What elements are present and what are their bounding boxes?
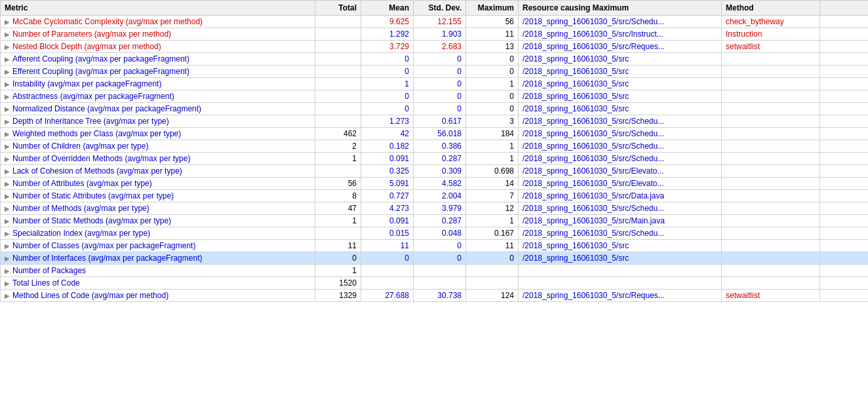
resource-link[interactable]: /2018_spring_16061030_5/src [523,67,629,76]
resource-cell: /2018_spring_16061030_5/src [519,103,722,115]
table-row[interactable]: ▶Instability (avg/max per packageFragmen… [1,78,869,90]
method-link[interactable]: Instruction [726,29,762,39]
expand-icon[interactable]: ▶ [5,43,10,50]
maximum-cell: 0 [466,90,519,103]
method-link[interactable]: setwaitlist [726,291,760,300]
table-row[interactable]: ▶Lack of Cohesion of Methods (avg/max pe… [1,165,869,178]
resource-link[interactable]: /2018_spring_16061030_5/src/Schedu... [523,142,664,151]
expand-icon[interactable]: ▶ [5,242,10,250]
table-row[interactable]: ▶Specialization Index (avg/max per type)… [1,227,869,240]
total-cell: 1 [315,265,361,277]
table-row[interactable]: ▶Number of Attributes (avg/max per type)… [1,178,869,190]
table-row[interactable]: ▶Method Lines of Code (avg/max per metho… [1,290,869,302]
total-cell [315,115,361,128]
resource-link[interactable]: /2018_spring_16061030_5/src/Schedu... [523,117,664,126]
resource-link[interactable]: /2018_spring_16061030_5/src/Reques... [523,42,665,51]
table-row[interactable]: ▶Number of Children (avg/max per type)20… [1,140,869,153]
table-row[interactable]: ▶Weighted methods per Class (avg/max per… [1,128,869,140]
table-row[interactable]: ▶Number of Static Attributes (avg/max pe… [1,190,869,202]
resource-link[interactable]: /2018_spring_16061030_5/src [523,241,629,250]
resource-link[interactable]: /2018_spring_16061030_5/src [523,92,629,101]
expand-icon[interactable]: ▶ [5,18,10,26]
table-row[interactable]: ▶Efferent Coupling (avg/max per packageF… [1,66,869,78]
expand-icon[interactable]: ▶ [5,217,10,225]
metric-cell: ▶Lack of Cohesion of Methods (avg/max pe… [1,165,315,178]
method-cell [722,90,820,103]
total-cell: 2 [315,140,361,153]
metric-cell: ▶Number of Overridden Methods (avg/max p… [1,153,315,165]
expand-icon[interactable]: ▶ [5,31,10,38]
extra-cell [820,16,869,28]
table-row[interactable]: ▶Number of Classes (avg/max per packageF… [1,240,869,252]
resource-link[interactable]: /2018_spring_16061030_5/src/Schedu... [523,17,664,26]
expand-icon[interactable]: ▶ [5,267,10,274]
expand-icon[interactable]: ▶ [5,155,10,162]
expand-icon[interactable]: ▶ [5,193,10,200]
resource-link[interactable]: /2018_spring_16061030_5/src/Instruct... [523,29,663,39]
method-cell [722,240,820,252]
method-link[interactable]: setwaitlist [726,42,760,51]
resource-link[interactable]: /2018_spring_16061030_5/src/Elevato... [523,179,664,188]
method-cell [722,227,820,240]
resource-link[interactable]: /2018_spring_16061030_5/src [523,54,629,64]
extra-cell [820,78,869,90]
resource-cell: /2018_spring_16061030_5/src/Schedu... [519,153,722,165]
expand-icon[interactable]: ▶ [5,93,10,100]
table-row[interactable]: ▶Depth of Inheritance Tree (avg/max per … [1,115,869,128]
resource-link[interactable]: /2018_spring_16061030_5/src/Data.java [523,191,664,200]
table-row[interactable]: ▶Number of Parameters (avg/max per metho… [1,28,869,41]
resource-link[interactable]: /2018_spring_16061030_5/src [523,79,629,88]
expand-icon[interactable]: ▶ [5,130,10,138]
resource-cell: /2018_spring_16061030_5/src/Elevato... [519,178,722,190]
table-row[interactable]: ▶Normalized Distance (avg/max per packag… [1,103,869,115]
metrics-table: Metric Total Mean Std. Dev. Maximum Reso… [0,0,868,302]
method-link[interactable]: check_bytheway [726,17,784,26]
resource-link[interactable]: /2018_spring_16061030_5/src/Main.java [523,216,665,225]
expand-icon[interactable]: ▶ [5,118,10,125]
metric-label: Normalized Distance (avg/max per package… [12,104,201,113]
total-cell: 462 [315,128,361,140]
expand-icon[interactable]: ▶ [5,68,10,75]
mean-cell: 0.091 [361,153,414,165]
metric-label: Number of Children (avg/max per type) [12,142,148,151]
extra-cell [820,128,869,140]
expand-icon[interactable]: ▶ [5,168,10,175]
metric-label: Specialization Index (avg/max per type) [12,229,150,238]
expand-icon[interactable]: ▶ [5,143,10,150]
expand-icon[interactable]: ▶ [5,255,10,262]
resource-link[interactable]: /2018_spring_16061030_5/src/Elevato... [523,166,664,176]
expand-icon[interactable]: ▶ [5,280,10,287]
table-row[interactable]: ▶Afferent Coupling (avg/max per packageF… [1,53,869,66]
expand-icon[interactable]: ▶ [5,56,10,63]
expand-icon[interactable]: ▶ [5,205,10,212]
resource-link[interactable]: /2018_spring_16061030_5/src/Schedu... [523,204,664,213]
resource-link[interactable]: /2018_spring_16061030_5/src/Reques... [523,291,665,300]
expand-icon[interactable]: ▶ [5,292,10,299]
resource-cell: /2018_spring_16061030_5/src/Elevato... [519,165,722,178]
expand-icon[interactable]: ▶ [5,81,10,88]
table-row[interactable]: ▶Total Lines of Code1520 [1,277,869,290]
resource-link[interactable]: /2018_spring_16061030_5/src/Schedu... [523,154,664,163]
total-cell [315,227,361,240]
maximum-cell: 0 [466,103,519,115]
method-cell [722,252,820,265]
table-row[interactable]: ▶McCabe Cyclomatic Complexity (avg/max p… [1,16,869,28]
resource-link[interactable]: /2018_spring_16061030_5/src [523,254,629,263]
table-row[interactable]: ▶Number of Overridden Methods (avg/max p… [1,153,869,165]
resource-cell: /2018_spring_16061030_5/src/Schedu... [519,16,722,28]
table-row[interactable]: ▶Number of Interfaces (avg/max per packa… [1,252,869,265]
table-row[interactable]: ▶Number of Packages1 [1,265,869,277]
resource-link[interactable]: /2018_spring_16061030_5/src/Schedu... [523,129,664,138]
resource-link[interactable]: /2018_spring_16061030_5/src/Schedu... [523,229,664,238]
expand-icon[interactable]: ▶ [5,230,10,237]
metric-cell: ▶Number of Packages [1,265,315,277]
table-row[interactable]: ▶Number of Static Methods (avg/max per t… [1,215,869,227]
resource-link[interactable]: /2018_spring_16061030_5/src [523,104,629,113]
expand-icon[interactable]: ▶ [5,180,10,187]
table-row[interactable]: ▶Number of Methods (avg/max per type)474… [1,202,869,215]
stddev-cell: 4.582 [414,178,466,190]
expand-icon[interactable]: ▶ [5,105,10,113]
stddev-cell: 0 [414,90,466,103]
table-row[interactable]: ▶Nested Block Depth (avg/max per method)… [1,41,869,53]
table-row[interactable]: ▶Abstractness (avg/max per packageFragme… [1,90,869,103]
